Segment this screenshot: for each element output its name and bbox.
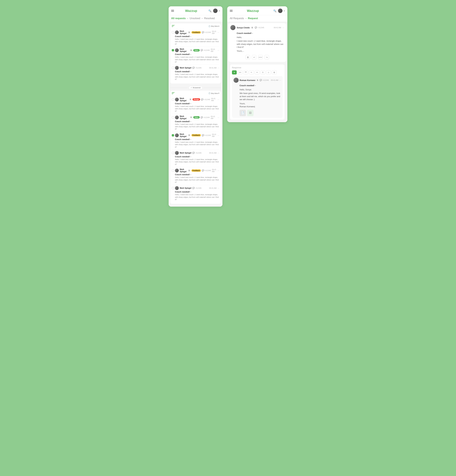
user-name: Mark Spiegel [180,152,191,154]
response-more-icon[interactable]: ··· [279,79,281,81]
nav-all-requests[interactable]: All requests [171,17,186,20]
nav-dot-2 [202,18,202,19]
more-icon[interactable]: ··· [217,187,219,189]
row-title: Couch needed! - [172,53,219,55]
left-card-2: 🕐 Any time ▾ Mark Spiegel 5 Design 💬 #12… [170,91,221,204]
table-row[interactable]: Mark Spiegel 5 Feedback 💬 #12345 09:41 A… [172,29,219,47]
filter-time-2[interactable]: 🕐 Any time ▾ [208,92,219,94]
row-title: Couch needed! - [172,35,219,38]
more-icon[interactable]: ··· [217,49,219,51]
response-hash: #12345 [263,79,269,81]
chat-icon: 💬 [201,116,203,119]
time: 09:41 AM [209,187,216,189]
table-row[interactable]: Mark Spiegel 5 Design 💬 #12345 09:41 AM … [172,96,219,114]
user-name: Mark Spiegel [180,30,187,34]
user-name: Mark Spiegel [180,97,188,102]
response-badge: 5 [256,79,259,81]
more-icon[interactable]: ··· [217,67,219,69]
reply-button[interactable]: ↩ [252,55,256,60]
row-title: Couch needed! - [172,70,219,73]
answered-divider: ✓ Answered [170,85,221,91]
search-icon[interactable]: 🔍 [208,9,212,12]
tag-design: Design [192,98,200,101]
chat-icon: 💬 [192,67,195,69]
nav-resolved[interactable]: Resolved [204,17,215,20]
message-more-icon[interactable]: ··· [282,26,284,29]
reply-all-button[interactable]: ↩↩ [258,55,263,60]
response-user-row: Roman Korneev 5 💬 #12345 09:41 AM ··· [233,78,281,83]
quote-button[interactable]: ❝❝ [243,70,248,75]
response-sign: Yours, Roman Korneev| [240,102,281,108]
right-nav-all-requests[interactable]: All Requests [230,17,244,20]
hash-number: #12345 [205,170,211,171]
format-button[interactable]: ≡≡ [238,70,242,75]
table-row[interactable]: Mark Spiegel 5 Sales 💬 #12345 09:41 AM ·… [172,47,219,65]
nav-unsolved[interactable]: Unsolved [190,17,200,20]
chat-icon: 💬 [201,49,203,51]
row-checkbox[interactable] [172,116,174,119]
table-row[interactable]: Mark Spiegel 5 Feedback 💬 #12345 09:41 A… [172,167,219,185]
left-request-list-1: Mark Spiegel 5 Feedback 💬 #12345 09:41 A… [172,29,219,82]
right-nav-request[interactable]: Request [248,17,258,20]
hash-number: #12345 [204,99,210,101]
more-icon[interactable]: ··· [217,116,219,119]
message-avatar [230,25,235,30]
response-card: Roman Korneev 5 💬 #12345 09:41 AM ··· Co… [232,76,283,118]
hash-number: #12345 [205,134,211,136]
tag-sales: Sales [193,116,200,119]
hamburger-menu[interactable] [171,10,174,12]
table-row[interactable]: Mark Spiegel 💬 #12345 09:41 AM ··· Couch… [172,65,219,82]
delete-button[interactable]: 🗑 [246,55,250,60]
right-avatar[interactable] [278,8,282,13]
more-icon[interactable]: ··· [217,169,219,172]
right-hamburger-menu[interactable] [230,10,232,12]
row-body: Hello, I need new couch :) I want blue, … [172,141,219,148]
attachment-row: 📄 🖼 [240,110,281,116]
message-user-row: Sonya Cloids 5 💬 #12345 09:41 AM ··· [230,25,284,30]
attachment-image[interactable]: 🖼 [247,110,254,116]
right-search-icon[interactable]: 🔍 [273,9,276,12]
right-nav-bar: All Requests Request [227,15,287,22]
filter-icon-2[interactable] [172,92,175,94]
avatar [175,151,179,155]
table-row[interactable]: Mark Spiegel 5 Feedback 💬 #12345 09:41 A… [172,132,219,150]
more-icon[interactable]: ··· [217,134,219,136]
emoji-button[interactable]: ☺ [266,70,271,75]
badge: 5 [188,134,191,136]
left-panel: Wazzup 🔍 ▾ All requests Unsolved Resolve… [169,6,223,207]
user-name: Mark Spiegel [180,168,187,173]
row-checkbox[interactable] [172,187,174,189]
row-checkbox[interactable] [172,98,174,101]
table-row[interactable]: Mark Spiegel 💬 #12345 09:41 AM ··· Couch… [172,150,219,167]
check-icon: ✓ [191,87,192,89]
more-icon[interactable]: ··· [217,152,219,154]
filter-time-1[interactable]: 🕐 Any time ▾ [208,25,219,27]
left-logo: Wazzup [185,9,197,13]
badge: 5 [190,116,192,118]
attachment-doc[interactable]: 📄 [240,110,246,116]
send-button[interactable]: ➤ [232,70,237,75]
left-nav-bar: All requests Unsolved Resolved [169,15,223,22]
more-icon[interactable]: ··· [217,98,219,101]
more-icon[interactable]: ··· [217,31,219,34]
forward-button[interactable]: ↪ [265,55,269,60]
time: 09:41 AM [211,48,217,52]
avatar [175,116,179,119]
edit-button[interactable]: ✏ [255,70,259,75]
text-button[interactable]: A [260,70,265,75]
row-checkbox[interactable] [172,49,174,51]
table-row[interactable]: Mark Spiegel 💬 #12345 09:41 AM ··· Couch… [172,185,219,202]
row-checkbox[interactable] [172,67,174,69]
filter-icon[interactable] [172,25,175,27]
row-body: Hello, I need new couch :) I want blue, … [172,38,219,45]
row-checkbox[interactable] [172,31,174,34]
row-checkbox[interactable] [172,134,174,136]
table-row[interactable]: Mark Spiegel 5 Sales 💬 #12345 09:41 AM ·… [172,114,219,132]
left-header-right: 🔍 ▾ [208,8,220,13]
row-checkbox[interactable] [172,152,174,154]
slash-button[interactable]: ✂ [249,70,254,75]
attach-button[interactable]: ⊞ [272,70,277,75]
avatar[interactable] [213,8,217,13]
row-checkbox[interactable] [172,169,174,172]
message-text: I need new couch :) I want blue, rectang… [237,39,284,49]
